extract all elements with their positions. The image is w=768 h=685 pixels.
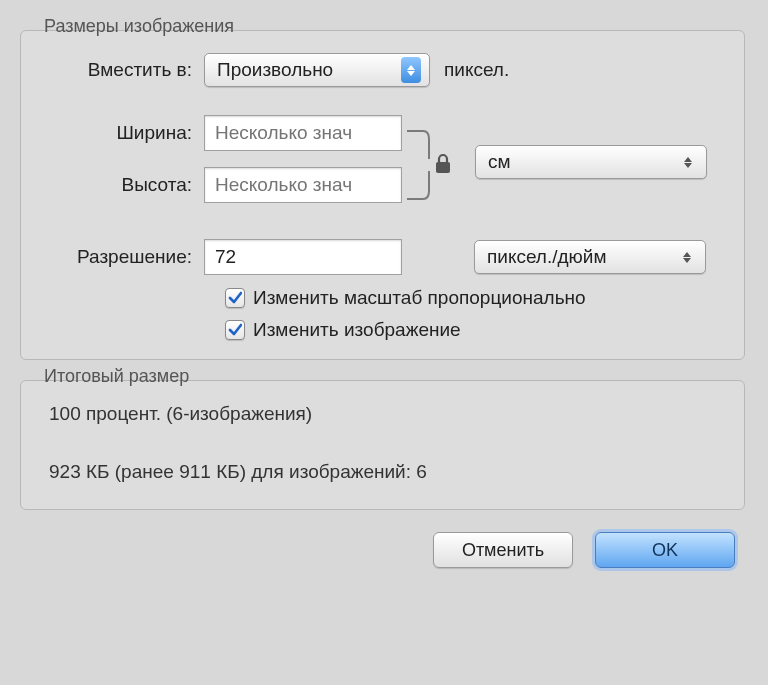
svg-rect-0 <box>436 162 450 173</box>
wh-unit-select[interactable]: см <box>475 145 707 179</box>
resolution-row: Разрешение: пиксел./дюйм <box>39 239 726 275</box>
resample-checkbox[interactable]: Изменить изображение <box>225 319 726 341</box>
link-bracket-icon <box>405 129 433 201</box>
lock-icon[interactable] <box>433 153 453 175</box>
width-input[interactable] <box>204 115 402 151</box>
button-bar: Отменить OK <box>20 532 745 568</box>
resolution-input[interactable] <box>204 239 402 275</box>
fit-unit-label: пиксел. <box>444 59 509 81</box>
dimensions-group: Размеры изображения Вместить в: Произвол… <box>20 30 745 360</box>
height-input[interactable] <box>204 167 402 203</box>
width-label: Ширина: <box>39 122 204 144</box>
resolution-unit-value: пиксел./дюйм <box>487 246 607 268</box>
ok-button[interactable]: OK <box>595 532 735 568</box>
cancel-button-label: Отменить <box>462 540 544 561</box>
image-size-dialog: Размеры изображения Вместить в: Произвол… <box>20 10 745 568</box>
wh-unit-value: см <box>488 151 511 173</box>
height-label: Высота: <box>39 174 204 196</box>
resolution-label: Разрешение: <box>39 246 204 268</box>
resample-label: Изменить изображение <box>253 319 461 341</box>
scale-proportional-label: Изменить масштаб пропорционально <box>253 287 586 309</box>
updown-icon <box>677 244 697 270</box>
cancel-button[interactable]: Отменить <box>433 532 573 568</box>
fit-select-value: Произвольно <box>217 59 333 81</box>
scale-proportional-checkbox[interactable]: Изменить масштаб пропорционально <box>225 287 726 309</box>
updown-icon <box>678 149 698 175</box>
result-line-1: 100 процент. (6-изображения) <box>49 403 722 425</box>
dimensions-group-title: Размеры изображения <box>38 16 240 37</box>
width-height-block: Ширина: Высота: <box>39 115 726 219</box>
result-group: Итоговый размер 100 процент. (6-изображе… <box>20 380 745 510</box>
checkbox-icon <box>225 288 245 308</box>
result-group-title: Итоговый размер <box>38 366 195 387</box>
fit-select[interactable]: Произвольно <box>204 53 430 87</box>
updown-icon <box>401 57 421 83</box>
fit-row: Вместить в: Произвольно пиксел. <box>39 53 726 87</box>
fit-label: Вместить в: <box>39 59 204 81</box>
resolution-unit-select[interactable]: пиксел./дюйм <box>474 240 706 274</box>
checkbox-icon <box>225 320 245 340</box>
ok-button-label: OK <box>652 540 678 561</box>
result-line-2: 923 КБ (ранее 911 КБ) для изображений: 6 <box>49 461 722 483</box>
